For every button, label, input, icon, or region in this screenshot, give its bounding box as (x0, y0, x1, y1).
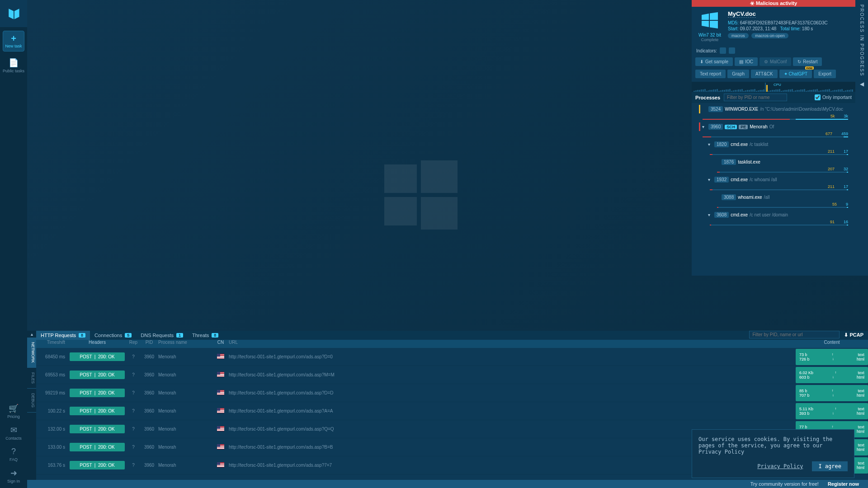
sidebar-bottom: 🛒Pricing ✉Contacts ?FAQ ➜Sign In (0, 397, 27, 483)
signin-icon: ➜ (7, 468, 20, 478)
cookie-agree-button[interactable]: I agree (812, 461, 848, 471)
start-value: 09.07.2023, 11:48 (740, 26, 777, 31)
process-name: Menorah (750, 124, 767, 129)
process-row[interactable]: 1876 tasklist.exe 20732 (692, 157, 855, 174)
processes-filter-input[interactable] (724, 94, 787, 101)
tree-expander-icon[interactable]: ▾ (708, 177, 712, 182)
os-info: Win7 32 bit Complete (696, 10, 723, 42)
cell-timeshift: 133.00 s (36, 445, 68, 450)
cell-rep: ? (127, 372, 140, 377)
processes-header: Processes Only important (692, 92, 855, 103)
process-row[interactable]: ▾3960 SCH PE Menorah Of677459 (692, 122, 855, 139)
http-request-row[interactable]: 69553 msPOST | 200: OK?3960Menorahhttp:/… (36, 366, 868, 384)
sidebar-item-signin[interactable]: ➜Sign In (7, 468, 20, 483)
process-row[interactable]: 3524 WINWORD.EXE /n "C:\Users\admin\Down… (692, 104, 855, 122)
col-url: URL (229, 340, 796, 348)
process-metric-2: 459 (841, 131, 848, 136)
cell-rep: ? (127, 445, 140, 450)
process-pid: 1876 (722, 159, 736, 165)
http-request-row[interactable]: 100.22 sPOST | 200: OK?3960Menorahhttp:/… (36, 402, 868, 420)
process-row[interactable]: ▾1932 cmd.exe /c whoami /all21117 (692, 174, 855, 192)
tag-macros-on-open[interactable]: macros-on-open (751, 33, 788, 38)
new-task-button[interactable]: + New task (3, 31, 24, 52)
collapse-arrow-icon[interactable]: ◀ (860, 81, 864, 87)
cell-country (212, 408, 229, 414)
sidebar-item-public-tasks[interactable]: 📄 Public tasks (3, 58, 24, 73)
request-headers-badge[interactable]: POST | 200: OK (70, 389, 125, 397)
process-row[interactable]: 3088 whoami.exe /all559 (692, 192, 855, 210)
cell-timeshift: 163.76 s (36, 463, 68, 468)
content-badge[interactable]: 85 b↑text707 b↓html (796, 385, 868, 401)
tag-macros[interactable]: macros (728, 33, 749, 38)
process-metric-1: 55 (832, 202, 837, 206)
tab-label: Connections (94, 333, 122, 338)
request-headers-badge[interactable]: POST | 200: OK (70, 425, 125, 433)
tree-expander-icon[interactable]: ▾ (708, 142, 712, 147)
logo-icon (5, 5, 22, 22)
get-sample-button[interactable]: ⬇ Get sample (695, 57, 733, 66)
start-label: Start: (728, 26, 739, 31)
try-community-text: Try community version for free! (750, 481, 819, 487)
sidebar-item-pricing[interactable]: 🛒Pricing (7, 404, 20, 419)
sidebar-item-label: Sign In (7, 479, 20, 483)
side-tab-network[interactable]: NETWORK (27, 338, 36, 368)
logo[interactable] (0, 0, 27, 27)
network-collapse-button[interactable]: ▴ (27, 331, 36, 338)
tab-dns-requests[interactable]: DNS Requests1 (136, 331, 188, 340)
sidebar-item-contacts[interactable]: ✉Contacts (5, 425, 22, 441)
content-badge[interactable]: 73 b↑text726 b↓html (796, 349, 868, 365)
indicator-icon[interactable] (720, 47, 726, 54)
request-headers-badge[interactable]: POST | 200: OK (70, 461, 125, 469)
upload-icon: ↑ (832, 352, 834, 357)
pcap-download-button[interactable]: ⬇ PCAP (840, 331, 868, 340)
restart-button[interactable]: ↻ Restart (793, 57, 822, 66)
cell-pid: 3960 (140, 463, 158, 468)
sample-filename[interactable]: MyCV.doc (728, 10, 756, 18)
cell-timeshift: 99219 ms (36, 390, 68, 395)
http-request-row[interactable]: 68450 msPOST | 200: OK?3960Menorahhttp:/… (36, 348, 868, 366)
os-name: Win7 32 bit (696, 33, 723, 38)
content-badge[interactable]: 5.11 Kb↑text393 b↓html (796, 403, 868, 419)
indicator-icon[interactable] (729, 47, 735, 54)
process-row[interactable]: ▾1820 cmd.exe /c tasklist21117 (692, 139, 855, 157)
content-badge[interactable]: 6.02 Kb↑text603 b↓html (796, 367, 868, 383)
export-button[interactable]: Export (814, 70, 836, 78)
side-tab-files[interactable]: FILES (27, 368, 36, 389)
register-now-button[interactable]: Register now (828, 481, 859, 487)
tree-expander-icon[interactable]: ▾ (702, 124, 707, 129)
download-icon: ↓ (832, 393, 834, 397)
document-icon: 📄 (3, 58, 24, 68)
tab-count: 8 (212, 333, 218, 338)
request-headers-badge[interactable]: POST | 200: OK (70, 371, 125, 379)
ioc-button[interactable]: ▤ IOC (735, 57, 758, 66)
malconf-icon: ⚙ (764, 59, 768, 64)
request-headers-badge[interactable]: POST | 200: OK (70, 352, 125, 361)
privacy-policy-link[interactable]: Privacy Policy (757, 463, 803, 469)
request-headers-badge[interactable]: POST | 200: OK (70, 407, 125, 415)
svg-rect-3 (421, 197, 458, 230)
malconf-button[interactable]: ⚙ MalConf (760, 57, 791, 66)
only-important-checkbox[interactable] (815, 94, 821, 100)
sidebar-item-label: FAQ (9, 457, 18, 462)
cell-url: http://tecforsc-001-site1.gtempurl.com/a… (229, 372, 796, 377)
request-headers-badge[interactable]: POST | 200: OK (70, 443, 125, 451)
http-request-row[interactable]: 99219 msPOST | 200: OK?3960Menorahhttp:/… (36, 384, 868, 402)
tab-threats[interactable]: Threats8 (188, 331, 223, 340)
flag-us-icon (217, 390, 224, 395)
only-important-toggle[interactable]: Only important (815, 94, 852, 100)
network-filter-input[interactable] (749, 331, 840, 338)
upload-icon: ↑ (832, 389, 834, 393)
side-tab-debug[interactable]: DEBUG (27, 389, 36, 413)
graph-button[interactable]: Graph (727, 70, 749, 78)
tab-connections[interactable]: Connections5 (90, 331, 136, 340)
process-row[interactable]: ▾3608 cmd.exe /c net user /domain9116 (692, 210, 855, 227)
att&ck-button[interactable]: ATT&CK (751, 70, 778, 78)
sidebar-item-label: Pricing (7, 414, 20, 419)
chatgpt-button[interactable]: ✦ ChatGPTnew (779, 70, 812, 78)
sidebar-item-faq[interactable]: ?FAQ (9, 447, 18, 462)
col-headers: Headers (68, 340, 127, 348)
cell-pid: 3960 (140, 372, 158, 377)
tree-expander-icon[interactable]: ▾ (708, 212, 712, 217)
text-report-button[interactable]: Text report (695, 70, 726, 78)
tab-http-requests[interactable]: HTTP Requests8 (36, 331, 90, 340)
